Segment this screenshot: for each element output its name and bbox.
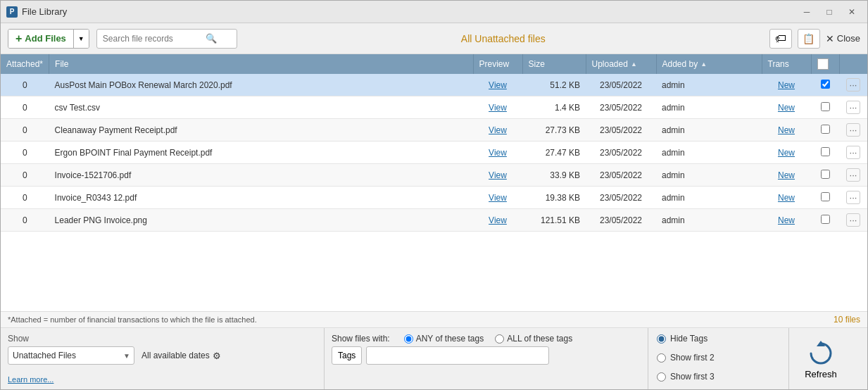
row-checkbox[interactable]	[821, 147, 830, 156]
refresh-icon	[805, 338, 836, 369]
table-row[interactable]: 0 Invoice_R0343 12.pdf View 19.38 KB 23/…	[1, 187, 867, 209]
cell-check	[811, 74, 839, 96]
th-uploaded-label: Uploaded	[592, 59, 628, 69]
view-link[interactable]: View	[489, 103, 507, 113]
view-link[interactable]: View	[489, 170, 507, 180]
tags-input[interactable]	[366, 346, 549, 365]
any-tags-radio-label[interactable]: ANY of these tags	[404, 334, 484, 344]
view-link[interactable]: View	[489, 125, 507, 135]
cell-size: 121.51 KB	[522, 209, 586, 232]
cell-preview: View	[473, 209, 522, 232]
minimize-button[interactable]: ─	[797, 5, 817, 19]
maximize-button[interactable]: □	[819, 5, 839, 19]
show-first-3-option[interactable]: Show first 3	[657, 372, 780, 382]
table-row[interactable]: 0 Cleanaway Payment Receipt.pdf View 27.…	[1, 119, 867, 141]
row-actions-button[interactable]: ···	[846, 191, 861, 204]
window-title: File Library	[22, 6, 67, 17]
hide-tags-radio[interactable]	[657, 334, 666, 344]
row-checkbox[interactable]	[821, 215, 830, 224]
hide-tags-option[interactable]: Hide Tags	[657, 334, 780, 344]
add-files-main-button[interactable]: + Add Files	[8, 30, 74, 48]
view-link[interactable]: View	[489, 148, 507, 158]
copy-icon-button[interactable]: 📋	[798, 29, 820, 49]
all-tags-radio-label[interactable]: ALL of these tags	[495, 334, 572, 344]
cell-actions: ···	[839, 119, 867, 141]
row-actions-button[interactable]: ···	[846, 213, 861, 227]
trans-new-link[interactable]: New	[778, 215, 795, 225]
show-first-2-option[interactable]: Show first 2	[657, 353, 780, 363]
trans-new-link[interactable]: New	[778, 125, 795, 135]
window-close-button[interactable]: ✕	[842, 5, 862, 19]
cell-actions: ···	[839, 74, 867, 96]
cell-attached: 0	[1, 96, 49, 119]
th-preview[interactable]: Preview	[473, 54, 522, 74]
trans-new-link[interactable]: New	[778, 170, 795, 180]
view-link[interactable]: View	[489, 215, 507, 225]
trans-new-link[interactable]: New	[778, 193, 795, 203]
row-checkbox[interactable]	[821, 80, 830, 89]
close-label: Close	[837, 33, 860, 44]
row-actions-button[interactable]: ···	[846, 101, 861, 114]
cell-actions: ···	[839, 141, 867, 164]
trans-new-link[interactable]: New	[778, 103, 795, 113]
uploaded-sort-icon: ▲	[631, 61, 637, 68]
tags-input-row: Tags	[332, 346, 641, 365]
tags-button[interactable]: Tags	[332, 346, 362, 365]
th-size[interactable]: Size	[522, 54, 586, 74]
cell-size: 19.38 KB	[522, 187, 586, 209]
refresh-section[interactable]: Refresh	[789, 328, 853, 389]
add-files-dropdown-button[interactable]: ▼	[74, 30, 89, 48]
row-checkbox[interactable]	[821, 170, 830, 179]
tags-icon-button[interactable]: 🏷	[769, 29, 792, 49]
trans-new-link[interactable]: New	[778, 80, 795, 90]
row-actions-button[interactable]: ···	[846, 146, 861, 159]
row-checkbox[interactable]	[821, 102, 830, 111]
th-attached-label: Attached*	[6, 59, 43, 69]
cell-preview: View	[473, 187, 522, 209]
cell-attached: 0	[1, 141, 49, 164]
file-table-container: Attached* File Preview Size Uploaded▲	[1, 54, 867, 311]
row-checkbox[interactable]	[821, 125, 830, 134]
cell-check	[811, 141, 839, 164]
row-actions-button[interactable]: ···	[846, 78, 861, 92]
th-attached[interactable]: Attached*	[1, 54, 49, 74]
show-first-3-radio[interactable]	[657, 372, 666, 382]
trans-new-link[interactable]: New	[778, 148, 795, 158]
cell-actions: ···	[839, 187, 867, 209]
show-first-3-label: Show first 3	[670, 372, 715, 382]
th-size-label: Size	[529, 59, 545, 69]
cell-check	[811, 96, 839, 119]
chevron-down-icon: ▼	[78, 35, 84, 42]
show-controls: Unattached FilesAll FilesAttached Files …	[8, 346, 317, 365]
row-actions-button[interactable]: ···	[846, 123, 861, 137]
cell-attached: 0	[1, 164, 49, 187]
th-uploaded[interactable]: Uploaded▲	[586, 54, 656, 74]
table-row[interactable]: 0 AusPost Main POBox Renewal March 2020.…	[1, 74, 867, 96]
table-row[interactable]: 0 Invoice-1521706.pdf View 33.9 KB 23/05…	[1, 164, 867, 187]
close-button[interactable]: ✕ Close	[826, 33, 860, 44]
view-link[interactable]: View	[489, 193, 507, 203]
table-row[interactable]: 0 Ergon BPOINT Final Payment Receipt.pdf…	[1, 141, 867, 164]
th-check[interactable]	[811, 54, 839, 74]
show-files-with-label: Show files with:	[332, 334, 390, 344]
show-dropdown[interactable]: Unattached FilesAll FilesAttached Files	[8, 346, 134, 365]
all-tags-radio[interactable]	[495, 334, 504, 344]
table-row[interactable]: 0 Leader PNG Invoice.png View 121.51 KB …	[1, 209, 867, 232]
cell-attached: 0	[1, 209, 49, 232]
th-added-by[interactable]: Added by▲	[656, 54, 762, 74]
th-trans[interactable]: Trans	[762, 54, 811, 74]
view-link[interactable]: View	[489, 80, 507, 90]
any-tags-radio[interactable]	[404, 334, 413, 344]
table-row[interactable]: 0 csv Test.csv View 1.4 KB 23/05/2022 ad…	[1, 96, 867, 119]
select-all-checkbox[interactable]	[817, 58, 829, 70]
th-file[interactable]: File	[49, 54, 473, 74]
learn-more-link[interactable]: Learn more...	[8, 375, 317, 384]
cell-size: 27.47 KB	[522, 141, 586, 164]
cell-file: csv Test.csv	[49, 96, 473, 119]
search-input[interactable]	[103, 34, 201, 44]
row-actions-button[interactable]: ···	[846, 168, 861, 182]
show-first-2-radio[interactable]	[657, 353, 666, 363]
cell-added-by: admin	[656, 119, 762, 141]
dates-button[interactable]: All available dates ⚙	[141, 351, 221, 361]
row-checkbox[interactable]	[821, 192, 830, 201]
